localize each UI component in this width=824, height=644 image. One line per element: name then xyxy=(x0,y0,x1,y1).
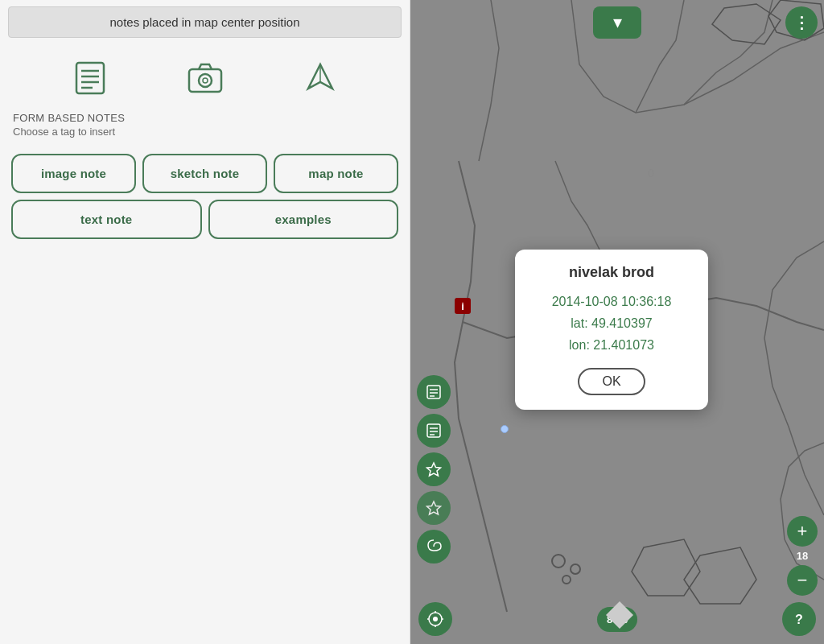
image-note-button[interactable]: image note xyxy=(11,154,136,193)
buttons-row-2: text note examples xyxy=(11,200,398,239)
svg-point-6 xyxy=(199,74,212,87)
map-bottom-row: 87% ? xyxy=(410,602,824,636)
info-marker[interactable]: i xyxy=(455,298,471,314)
svg-marker-25 xyxy=(427,502,441,514)
svg-rect-5 xyxy=(189,69,221,92)
spiral-icon xyxy=(425,538,443,555)
svg-rect-0 xyxy=(76,63,104,93)
buttons-row-1: image note sketch note map note xyxy=(11,154,398,193)
svg-point-26 xyxy=(433,617,438,621)
gps-button[interactable] xyxy=(418,602,452,636)
popup-datetime: 2014-10-08 10:36:18 xyxy=(528,291,695,312)
zoom-in-button[interactable]: + xyxy=(787,516,818,547)
map-note-button[interactable]: map note xyxy=(274,154,398,193)
icons-row xyxy=(0,44,410,112)
sketch-note-button[interactable]: sketch note xyxy=(142,154,267,193)
notes-list-button-2[interactable] xyxy=(417,414,451,448)
section-sublabel: Choose a tag to insert xyxy=(0,126,410,149)
map-panel: 0 ▾ ⋮ i nivelak brod 2014-10-08 10:36:18… xyxy=(410,0,824,644)
popup-info: 2014-10-08 10:36:18 lat: 49.410397 lon: … xyxy=(528,291,695,357)
header-title: notes placed in map center position xyxy=(110,15,300,29)
examples-button[interactable]: examples xyxy=(208,200,399,239)
map-circle-1 xyxy=(551,554,566,568)
help-button[interactable]: ? xyxy=(782,602,816,636)
map-circle-3 xyxy=(562,575,571,584)
star-icon-2 xyxy=(425,499,443,517)
chevron-down-icon: ▾ xyxy=(613,12,622,33)
left-panel: notes placed in map center position xyxy=(0,0,410,644)
notes-icon xyxy=(66,54,114,102)
popup-lat: lat: 49.410397 xyxy=(528,312,695,334)
section-label: FORM BASED NOTES xyxy=(0,112,410,126)
map-zoom-controls: + 18 − xyxy=(787,516,818,596)
svg-text:?: ? xyxy=(795,613,803,626)
zoom-level-label: 18 xyxy=(787,550,818,562)
notes-list-button-1[interactable] xyxy=(417,375,451,409)
popup-ok-button[interactable]: OK xyxy=(578,368,645,395)
bookmark-button-2[interactable] xyxy=(417,491,451,525)
svg-point-7 xyxy=(203,78,208,83)
help-icon: ? xyxy=(790,610,808,628)
list-icon-1 xyxy=(425,383,443,401)
zoom-out-button[interactable]: − xyxy=(787,565,818,596)
dots-menu-icon: ⋮ xyxy=(793,13,810,32)
camera-icon xyxy=(181,54,229,102)
gps-icon xyxy=(426,610,444,628)
map-circle-2 xyxy=(570,564,581,575)
header-bar: notes placed in map center position xyxy=(8,6,402,38)
map-side-buttons xyxy=(417,375,451,564)
map-menu-button[interactable]: ⋮ xyxy=(785,6,818,39)
layers-button[interactable] xyxy=(417,530,451,564)
location-dot xyxy=(501,425,509,433)
popup-lon: lon: 21.401073 xyxy=(528,334,695,356)
text-note-button[interactable]: text note xyxy=(11,200,202,239)
svg-marker-24 xyxy=(427,463,441,476)
buttons-grid: image note sketch note map note text not… xyxy=(0,149,410,244)
star-icon-1 xyxy=(425,460,443,478)
navigation-icon xyxy=(296,54,344,102)
map-popup: nivelak brod 2014-10-08 10:36:18 lat: 49… xyxy=(515,250,708,410)
list-icon-2 xyxy=(425,422,443,440)
svg-text:0: 0 xyxy=(648,167,654,180)
map-dropdown-button[interactable]: ▾ xyxy=(593,6,641,39)
popup-title: nivelak brod xyxy=(528,264,695,281)
bookmark-button-1[interactable] xyxy=(417,452,451,486)
